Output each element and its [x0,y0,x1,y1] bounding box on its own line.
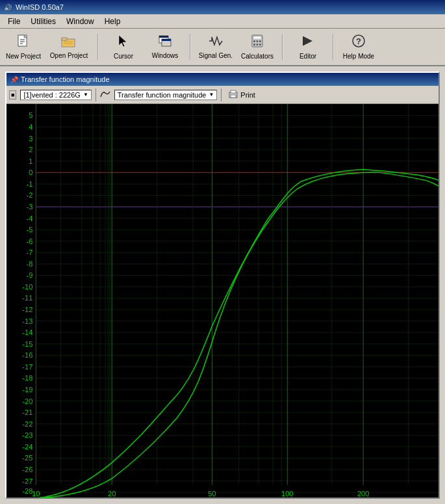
vented-dropdown[interactable]: [1]vented : 2226G ▼ [20,90,91,100]
toolbar-sep-3 [282,34,283,60]
svg-rect-19 [253,44,255,46]
svg-text:-14: -14 [22,328,32,336]
svg-text:100: 100 [281,490,293,497]
tf-title-pin-icon: 📌 [10,76,18,83]
svg-text:-5: -5 [26,226,32,233]
svg-text:-2: -2 [26,192,32,200]
menu-file[interactable]: File [3,16,25,27]
tf-controls: ■ [1]vented : 2226G ▼ Transfer function … [6,86,439,104]
calculators-label: Calculators [241,53,273,60]
svg-rect-15 [253,36,261,39]
print-icon [228,90,238,100]
svg-rect-29 [6,104,439,497]
svg-rect-13 [162,39,171,41]
svg-text:-19: -19 [22,386,32,393]
print-label: Print [240,91,255,99]
svg-rect-6 [62,38,67,40]
app-icon: 🔊 [4,4,12,11]
open-project-button[interactable]: Open Project [45,31,92,62]
svg-marker-22 [303,36,312,46]
svg-text:-15: -15 [22,340,32,348]
svg-text:-13: -13 [22,317,32,325]
calculators-icon [250,34,264,51]
svg-text:-21: -21 [22,408,32,416]
svg-text:-26: -26 [22,466,32,473]
svg-text:-12: -12 [22,306,32,313]
help-mode-label: Help Mode [343,53,374,60]
tf-title-bar: 📌 Transfer function magnitude [6,73,439,86]
function-dropdown-arrow: ▼ [209,92,214,98]
svg-text:200: 200 [357,490,369,497]
print-button[interactable]: Print [225,89,258,101]
svg-rect-11 [159,36,168,38]
svg-text:4: 4 [29,123,32,131]
cursor-button[interactable]: Cursor [104,31,143,62]
svg-text:-28: -28 [22,487,32,495]
tf-small-icon: ■ [9,90,16,99]
app-title: WinISD 0.50a7 [16,3,64,11]
svg-rect-18 [259,40,261,42]
help-mode-icon: ? [351,34,366,51]
svg-text:-24: -24 [22,443,32,451]
cursor-label: Cursor [114,53,133,60]
help-mode-button[interactable]: ? Help Mode [339,31,378,62]
svg-text:3: 3 [29,135,32,142]
svg-text:-10: -10 [22,283,32,291]
tf-sep-1 [95,88,96,101]
signal-gen-icon [208,34,223,51]
svg-rect-16 [253,40,255,42]
signal-gen-label: Signal Gen. [199,52,233,59]
signal-gen-button[interactable]: Signal Gen. [196,31,235,62]
calculators-button[interactable]: Calculators [238,31,277,62]
title-bar: 🔊 WinISD 0.50a7 [0,0,445,14]
svg-text:-16: -16 [22,351,32,359]
menu-help[interactable]: Help [99,16,126,27]
open-project-label: Open Project [50,52,88,59]
windows-button[interactable]: Windows [146,31,184,62]
new-project-icon [16,34,31,51]
svg-text:-20: -20 [22,397,32,405]
svg-rect-21 [259,44,261,46]
function-dropdown[interactable]: Transfer function magnitude ▼ [114,90,217,100]
new-project-label: New Project [6,53,41,60]
toolbar-sep-1 [97,34,99,60]
svg-text:2: 2 [29,146,32,153]
svg-marker-9 [119,35,127,47]
editor-button[interactable]: Editor [288,31,327,62]
windows-label: Windows [152,52,179,59]
new-project-button[interactable]: New Project [4,31,43,62]
svg-text:-27: -27 [22,477,32,485]
svg-rect-20 [257,44,259,46]
svg-text:-22: -22 [22,420,32,428]
svg-rect-28 [231,95,236,98]
svg-text:-18: -18 [22,375,32,382]
svg-text:-4: -4 [26,215,32,222]
toolbar-sep-4 [333,34,334,60]
svg-text:-3: -3 [26,203,32,211]
cursor-icon [116,34,131,51]
svg-text:-9: -9 [26,272,32,280]
menu-window[interactable]: Window [61,16,99,27]
editor-label: Editor [299,53,316,60]
editor-icon [301,34,315,51]
open-project-icon [61,34,77,51]
windows-icon [158,34,172,51]
chart-area: 5 4 3 2 1 0 -1 -2 -3 -4 -5 -6 -7 -8 -9 -… [6,104,439,497]
svg-text:-23: -23 [22,431,32,439]
svg-text:-11: -11 [22,295,32,302]
svg-text:20: 20 [108,490,116,497]
svg-rect-27 [231,90,236,93]
function-dropdown-value: Transfer function magnitude [118,91,207,99]
toolbar-sep-2 [190,34,191,60]
vented-dropdown-value: [1]vented : 2226G [23,91,80,99]
svg-text:50: 50 [208,490,216,497]
menu-utilities[interactable]: Utilities [25,16,61,27]
svg-text:-8: -8 [26,260,32,268]
svg-text:-7: -7 [26,248,32,256]
tf-sep-2 [221,88,222,101]
svg-text:10: 10 [32,490,40,497]
tf-window-title: Transfer function magnitude [21,75,110,83]
menu-bar: File Utilities Window Help [0,14,445,29]
svg-text:1: 1 [29,157,32,165]
svg-rect-17 [257,40,259,42]
